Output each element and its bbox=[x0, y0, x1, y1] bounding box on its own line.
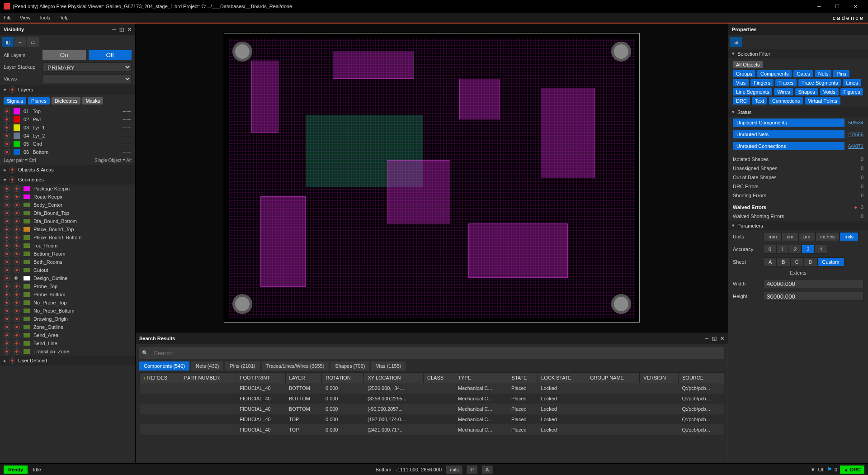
column-header[interactable]: CLASS bbox=[424, 373, 454, 383]
geometry-row[interactable]: Cutout bbox=[0, 266, 135, 274]
parameters-header[interactable]: ▾Parameters bbox=[728, 221, 868, 230]
maximize-button[interactable]: ☐ bbox=[828, 0, 846, 13]
geometry-row[interactable]: Drawing_Origin bbox=[0, 315, 135, 323]
filter-pill[interactable]: Trace Segments bbox=[798, 79, 841, 86]
geom-swatch[interactable] bbox=[24, 292, 30, 297]
table-row[interactable]: FIDUCIAL_40BOTTOM0.000(2526.000, -34...M… bbox=[140, 383, 724, 394]
table-row[interactable]: FIDUCIAL_40BOTTOM0.000(-90.000,2057...Me… bbox=[140, 404, 724, 414]
geom-swatch[interactable] bbox=[24, 309, 30, 313]
column-header[interactable]: ROTATION bbox=[322, 373, 364, 383]
status-link[interactable]: 47/566 bbox=[848, 132, 863, 137]
filter-pill[interactable]: Virtual Points bbox=[805, 97, 840, 104]
geometry-row[interactable]: Both_Rooms bbox=[0, 258, 135, 266]
geometry-row[interactable]: Place_Bound_Top bbox=[0, 225, 135, 233]
geom-eye-icon[interactable] bbox=[14, 348, 20, 355]
geom-eye-icon[interactable] bbox=[14, 308, 20, 314]
geom-swatch[interactable] bbox=[24, 243, 30, 248]
seg-option[interactable]: B bbox=[777, 257, 790, 266]
menu-file[interactable]: File bbox=[4, 15, 12, 20]
visibility-eye-icon[interactable] bbox=[9, 176, 15, 183]
layer-row[interactable]: 03Lyr_1── bbox=[0, 124, 135, 132]
layer-eye-icon[interactable] bbox=[4, 116, 10, 123]
geom-swatch[interactable] bbox=[24, 252, 30, 256]
all-layers-off[interactable]: Off bbox=[89, 50, 132, 60]
geom-hide-icon[interactable] bbox=[4, 308, 10, 314]
seg-option[interactable]: 3 bbox=[802, 245, 814, 254]
search-box[interactable]: 🔍 bbox=[139, 347, 724, 359]
layer-eye-icon[interactable] bbox=[4, 124, 10, 131]
geom-hide-icon[interactable] bbox=[4, 259, 10, 265]
search-input[interactable] bbox=[151, 348, 722, 357]
geom-swatch[interactable] bbox=[24, 211, 30, 215]
filter-pill[interactable]: Traces bbox=[775, 79, 797, 86]
filter-pill[interactable]: Vias bbox=[733, 79, 749, 86]
layer-tab[interactable]: Signals bbox=[4, 97, 26, 104]
geometry-row[interactable]: Zone_Outline bbox=[0, 323, 135, 331]
layer-row[interactable]: 01Top── bbox=[0, 107, 135, 115]
geom-eye-icon[interactable] bbox=[14, 324, 20, 330]
geom-eye-icon[interactable] bbox=[14, 194, 20, 200]
status-header[interactable]: ▾Status bbox=[728, 107, 868, 117]
geometries-section-header[interactable]: ▾ Geometries bbox=[0, 175, 135, 185]
geom-eye-icon[interactable] bbox=[14, 218, 20, 224]
seg-option[interactable]: 2 bbox=[789, 245, 802, 254]
table-row[interactable]: FIDUCIAL_40BOTTOM0.000(3258.000,2295...M… bbox=[140, 394, 724, 404]
layer-swatch[interactable] bbox=[14, 108, 20, 114]
geom-hide-icon[interactable] bbox=[4, 226, 10, 233]
panel-min-icon[interactable]: ─ bbox=[705, 336, 708, 342]
layer-swatch[interactable] bbox=[14, 141, 20, 147]
geom-eye-icon[interactable] bbox=[14, 259, 20, 265]
close-button[interactable]: ✕ bbox=[846, 0, 864, 13]
geom-hide-icon[interactable] bbox=[4, 275, 10, 281]
mode-layers-icon[interactable]: ◧ bbox=[2, 37, 14, 47]
column-header[interactable]: SOURCE bbox=[678, 373, 724, 383]
seg-option[interactable]: Custom bbox=[817, 257, 844, 266]
geom-eye-icon[interactable] bbox=[14, 242, 20, 249]
seg-option[interactable]: D bbox=[804, 257, 817, 266]
column-header[interactable]: XY LOCATION bbox=[364, 373, 424, 383]
seg-option[interactable]: mils bbox=[840, 232, 859, 241]
geometry-row[interactable]: Dfa_Bound_Top bbox=[0, 209, 135, 217]
filter-pill[interactable]: DRC bbox=[733, 97, 750, 104]
geometry-row[interactable]: Transition_Zone bbox=[0, 347, 135, 356]
geom-swatch[interactable] bbox=[24, 227, 30, 232]
filter-pill[interactable]: Pins bbox=[833, 70, 849, 77]
layer-row[interactable]: 06Bottom── bbox=[0, 148, 135, 156]
column-header[interactable]: LOCK STATE bbox=[538, 373, 586, 383]
status-p-button[interactable]: P bbox=[467, 466, 477, 474]
filter-pill[interactable]: Components bbox=[757, 70, 792, 77]
geom-swatch[interactable] bbox=[24, 203, 30, 207]
pcb-canvas[interactable] bbox=[136, 24, 728, 332]
geometry-row[interactable]: Bottom_Room bbox=[0, 250, 135, 258]
column-header[interactable]: TYPE bbox=[454, 373, 508, 383]
column-header[interactable]: STATE bbox=[508, 373, 537, 383]
geom-hide-icon[interactable] bbox=[4, 242, 10, 249]
visibility-eye-icon[interactable] bbox=[9, 357, 15, 364]
geom-swatch[interactable] bbox=[24, 195, 30, 199]
geom-hide-icon[interactable] bbox=[4, 332, 10, 338]
seg-option[interactable]: µm bbox=[798, 232, 816, 241]
geom-swatch[interactable] bbox=[24, 349, 30, 354]
geom-hide-icon[interactable] bbox=[4, 202, 10, 208]
geom-hide-icon[interactable] bbox=[4, 291, 10, 298]
visibility-eye-icon[interactable] bbox=[9, 86, 15, 93]
search-tab[interactable]: Traces/Lines/Wires (3655) bbox=[262, 361, 329, 370]
visibility-eye-icon[interactable] bbox=[9, 166, 15, 173]
geom-eye-icon[interactable] bbox=[14, 226, 20, 233]
filter-pill[interactable]: Groups bbox=[733, 70, 755, 77]
status-link[interactable]: 64/871 bbox=[848, 143, 863, 149]
flag-icon[interactable]: ⚑ bbox=[827, 466, 832, 472]
geometry-row[interactable]: Package Keepin bbox=[0, 185, 135, 193]
geom-hide-icon[interactable] bbox=[4, 185, 10, 192]
geom-eye-icon[interactable] bbox=[14, 283, 20, 290]
geometry-row[interactable]: Bend_Area bbox=[0, 331, 135, 339]
layer-swatch[interactable] bbox=[14, 149, 20, 155]
layer-swatch[interactable] bbox=[14, 133, 20, 139]
panel-pop-icon[interactable]: ◱ bbox=[712, 336, 717, 342]
layer-eye-icon[interactable] bbox=[4, 149, 10, 155]
geom-swatch[interactable] bbox=[24, 284, 30, 289]
layer-row[interactable]: 05Gnd── bbox=[0, 140, 135, 148]
panel-pop-icon[interactable]: ◱ bbox=[119, 27, 124, 33]
filter-pill[interactable]: Fingers bbox=[750, 79, 774, 86]
mode-nets-icon[interactable]: ⌐ bbox=[14, 37, 26, 47]
